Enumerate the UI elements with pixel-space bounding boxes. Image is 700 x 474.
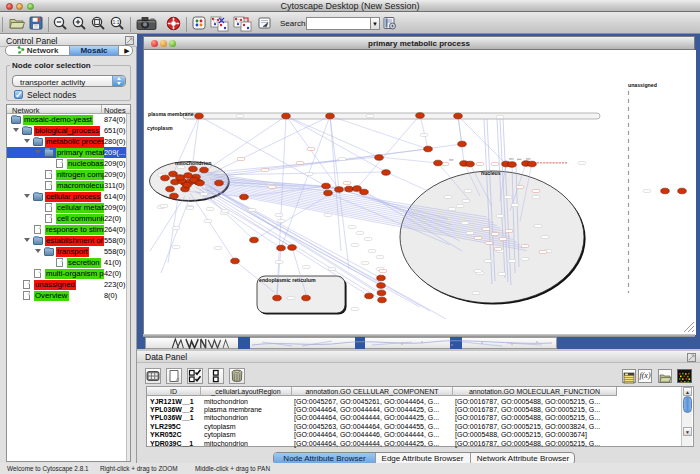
svg-text:1:1: 1:1 xyxy=(113,19,120,25)
svg-text:unassigned: unassigned xyxy=(628,82,657,88)
svg-text:cytoplasm: cytoplasm xyxy=(147,125,173,131)
svg-text:endoplasmic reticulum: endoplasmic reticulum xyxy=(259,277,316,283)
svg-text:plasma membrane: plasma membrane xyxy=(148,111,194,117)
svg-text:mitochondrion: mitochondrion xyxy=(175,160,211,166)
svg-text:nucleus: nucleus xyxy=(481,170,501,176)
